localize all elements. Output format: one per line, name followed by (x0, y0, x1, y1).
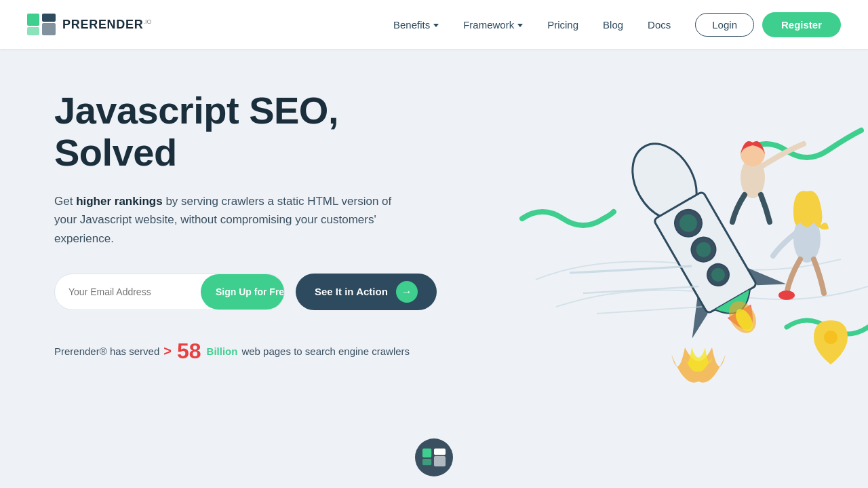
logo-icon (27, 14, 56, 35)
svg-rect-1 (27, 27, 39, 35)
nav-item-framework[interactable]: Framework (463, 19, 523, 31)
hero-stat: Prerender® has served > 58 Billion web p… (54, 339, 461, 364)
chevron-down-icon (517, 24, 523, 27)
svg-rect-0 (27, 14, 39, 26)
trusted-section: Trusted by Developers and (0, 418, 868, 488)
svg-rect-3 (42, 23, 56, 35)
signup-button[interactable]: Sign Up for Free (201, 274, 285, 309)
svg-point-20 (824, 331, 837, 344)
email-signup-form: Sign Up for Free (54, 274, 285, 310)
hero-subtitle: Get higher rankings by serving crawlers … (54, 192, 407, 248)
hero-illustration (502, 62, 868, 402)
svg-rect-2 (42, 14, 56, 22)
email-input[interactable] (55, 286, 201, 297)
nav-item-benefits[interactable]: Benefits (393, 19, 439, 31)
hero-section: Javascript SEO, Solved Get higher rankin… (0, 49, 868, 418)
hero-actions: Sign Up for Free See It in Action → (54, 274, 461, 310)
see-action-button[interactable]: See It in Action → (296, 274, 437, 310)
hero-text: Javascript SEO, Solved Get higher rankin… (54, 90, 461, 364)
svg-point-19 (778, 290, 795, 300)
svg-rect-24 (434, 456, 446, 466)
hero-title: Javascript SEO, Solved (54, 90, 461, 173)
svg-rect-21 (422, 449, 431, 457)
logo-text: PRERENDER.IO (62, 18, 152, 32)
hero-content-area: Javascript SEO, Solved Get higher rankin… (0, 49, 868, 418)
navbar: PRERENDER.IO Benefits Framework Pricing … (0, 0, 868, 49)
login-button[interactable]: Login (695, 13, 754, 37)
svg-rect-22 (422, 459, 431, 465)
nav-item-docs[interactable]: Docs (648, 19, 671, 31)
badge-logo-icon (422, 448, 446, 467)
svg-rect-23 (434, 449, 446, 455)
arrow-right-icon: → (396, 281, 418, 303)
chevron-down-icon (433, 24, 439, 27)
section-logo-badge (415, 438, 453, 476)
nav-menu: Benefits Framework Pricing Blog Docs (393, 19, 671, 31)
nav-item-blog[interactable]: Blog (603, 19, 623, 31)
nav-auth: Login Register (695, 12, 841, 37)
nav-item-pricing[interactable]: Pricing (547, 19, 578, 31)
register-button[interactable]: Register (762, 12, 841, 37)
logo-link[interactable]: PRERENDER.IO (27, 14, 152, 35)
section-divider: Trusted by Developers and (0, 418, 868, 488)
